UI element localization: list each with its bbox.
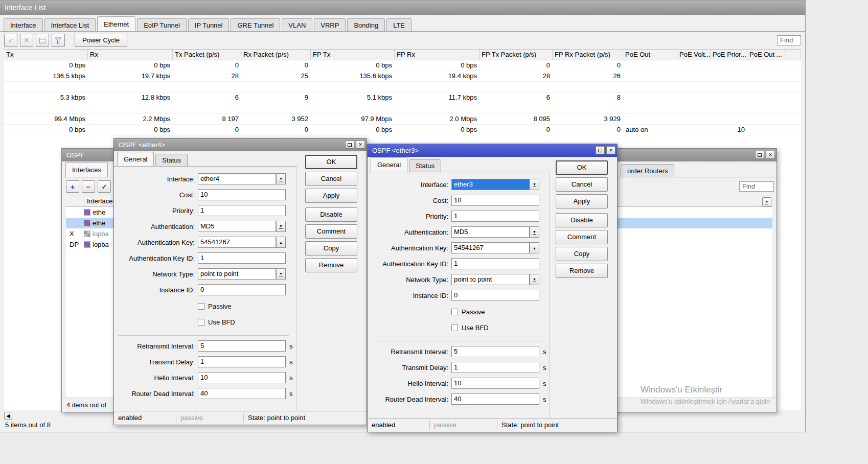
use-bfd-checkbox[interactable] [198,319,204,326]
column-header[interactable]: Tx Packet (p/s) [173,50,241,60]
enable-button[interactable]: ✓ [4,34,17,47]
flags-column-header[interactable] [66,196,84,206]
column-header[interactable]: FP Rx Packet (p/s) [553,50,623,60]
find-input[interactable]: Find [739,181,774,192]
use-bfd-checkbox[interactable] [451,324,458,331]
authentication-dropdown-button[interactable]: ▼ [276,221,286,232]
column-header[interactable]: FP Tx [311,50,395,60]
copy-button[interactable]: Copy [556,247,608,261]
tab-ethernet[interactable]: Ethernet [97,16,135,31]
remove-button[interactable]: Remove [305,258,357,272]
tab-status[interactable]: Status [155,154,188,166]
column-header[interactable]: PoE Prior... [711,50,747,60]
column-header[interactable]: FP Rx [395,50,479,60]
router-dead-interval-input[interactable]: 40 [451,393,539,405]
authentication-input[interactable]: MD5 [451,226,530,238]
disable-button[interactable]: Disable [556,213,608,227]
tab-status[interactable]: Status [409,159,441,172]
cancel-button[interactable]: Cancel [305,172,357,186]
close-icon[interactable]: × [356,141,365,149]
network-type-dropdown-button[interactable]: ▼ [276,268,286,280]
copy-button[interactable]: Copy [305,241,357,256]
passive-checkbox[interactable] [451,309,458,315]
column-header[interactable]: Rx Packet (p/s) [241,50,311,60]
interface-row[interactable]: 99.4 Mbps2.2 Mbps8 1973 95297.9 Mbps2.0 … [4,114,801,125]
disable-button[interactable]: × [20,34,33,47]
priority-input[interactable]: 1 [451,211,539,222]
auth-key-input[interactable]: 54541267 [198,237,276,248]
cost-input[interactable]: 10 [198,189,286,200]
interface-row[interactable]: 5.3 kbps12.8 kbps695.1 kbps11.7 kbps68 [4,92,801,103]
comment-button[interactable] [36,34,49,47]
router-dead-interval-input[interactable]: 40 [198,388,286,399]
scroll-left-button[interactable]: ◀ [4,412,12,420]
instance-id-input[interactable]: 0 [451,290,539,301]
comment-button[interactable]: Comment [556,230,608,244]
ok-button[interactable]: OK [556,160,608,175]
apply-button[interactable]: Apply [556,194,608,208]
dialog-titlebar[interactable]: OSPF <ether3> × [368,144,617,157]
tab-interface-list[interactable]: Interface List [44,18,96,31]
column-header[interactable]: PoE Volt... [677,50,711,60]
interface-dropdown-button[interactable]: ▼ [276,173,286,184]
tab-lte[interactable]: LTE [386,18,412,31]
authentication-dropdown-button[interactable]: ▼ [530,226,539,238]
interface-row[interactable] [4,82,801,92]
transmit-delay-input[interactable]: 1 [198,356,286,367]
network-type-input[interactable]: point to point [451,274,530,285]
restore-icon[interactable] [755,151,764,159]
close-icon[interactable]: × [606,146,615,154]
auth-key-hide-button[interactable]: ▲ [530,242,539,253]
filter-button[interactable] [52,34,65,47]
authentication-input[interactable]: MD5 [198,221,276,232]
tab-ip-tunnel[interactable]: IP Tunnel [188,18,230,31]
restore-icon[interactable] [596,146,605,154]
tab-bonding[interactable]: Bonding [347,18,385,31]
column-header[interactable]: PoE Out [623,50,677,60]
auth-key-hide-button[interactable]: ▲ [276,237,286,248]
cost-input[interactable]: 10 [451,195,539,206]
column-header[interactable]: FP Tx Packet (p/s) [479,50,553,60]
retransmit-input[interactable]: 5 [198,340,286,352]
tab-vrrp[interactable]: VRRP [314,18,346,31]
interface-row[interactable] [4,103,801,114]
cancel-button[interactable]: Cancel [556,177,608,192]
column-header[interactable]: Tx [4,50,88,60]
auth-key-input[interactable]: 54541267 [451,242,530,253]
network-type-dropdown-button[interactable]: ▼ [530,274,539,285]
interface-row[interactable]: 0 bps0 bps000 bps0 bps00 [4,60,801,71]
dialog-titlebar[interactable]: OSPF <ether4> × [114,138,367,151]
network-type-input[interactable]: point to point [198,268,276,280]
interface-row[interactable]: 136.5 kbps19.7 kbps2825135.6 kbps19.4 kb… [4,71,801,82]
enable-button[interactable]: ✓ [98,180,111,193]
tab-border-routers[interactable]: order Routers [621,164,674,177]
disable-button[interactable]: Disable [305,207,357,222]
instance-id-input[interactable]: 0 [198,284,286,295]
tab-eoip-tunnel[interactable]: EoIP Tunnel [137,18,187,31]
column-header[interactable]: Rx [88,50,173,60]
ok-button[interactable]: OK [305,155,357,169]
auth-key-id-input[interactable]: 1 [451,258,539,269]
restore-icon[interactable] [345,141,354,149]
interface-input[interactable]: ether3 [451,179,530,190]
tab-general[interactable]: General [371,157,407,172]
hello-interval-input[interactable]: 10 [198,372,286,383]
remove-button[interactable]: Remove [556,264,608,278]
comment-button[interactable]: Comment [305,224,357,239]
interface-input[interactable]: ether4 [198,173,276,184]
remove-button[interactable]: − [82,180,95,193]
retransmit-input[interactable]: 5 [451,346,539,357]
column-select-button[interactable]: ▼ [762,197,771,206]
transmit-delay-input[interactable]: 1 [451,362,539,373]
hello-interval-input[interactable]: 10 [451,378,539,389]
tab-interface[interactable]: Interface [4,18,43,31]
close-icon[interactable]: × [766,151,775,159]
auth-key-id-input[interactable]: 1 [198,252,286,264]
find-input[interactable]: Find [777,35,801,45]
passive-checkbox[interactable] [198,303,204,310]
interface-row[interactable]: 0 bps0 bps000 bps0 bps00auto on10 [4,125,801,135]
interface-dropdown-button[interactable]: ▼ [530,179,539,190]
window-titlebar[interactable]: Interface List [0,1,805,15]
add-button[interactable]: + [66,180,79,193]
tab-interfaces[interactable]: Interfaces [65,162,108,177]
